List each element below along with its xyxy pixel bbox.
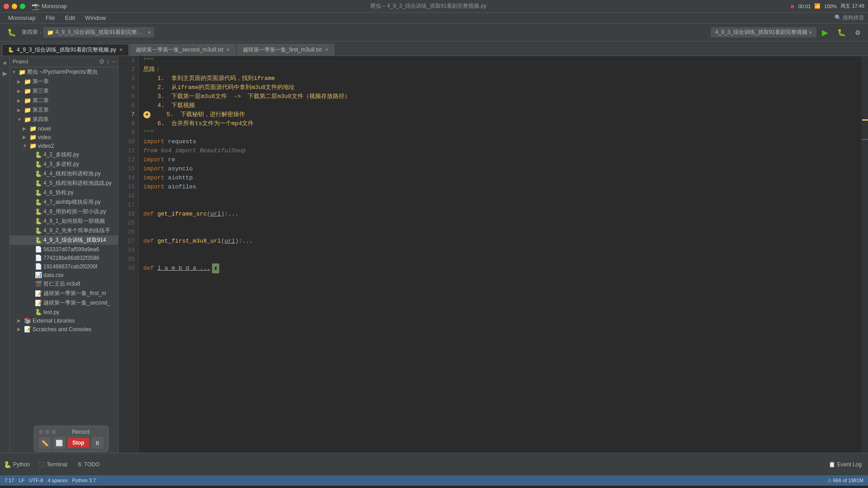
record-square-icon[interactable]: ⬜ (53, 437, 65, 449)
menu-window[interactable]: Window (80, 14, 110, 22)
minimize-button[interactable] (12, 4, 17, 9)
line-numbers: 1 2 3 4 5 6 7 8 9 10 11 12 13 14 15 16 1… (118, 56, 139, 453)
indent-info: 4 spaces (47, 478, 67, 483)
toolbar-section-label: 第四章 (22, 28, 38, 36)
code-line (143, 219, 862, 228)
title-bar-right: ⏺ 00:01 📶 100% 周五 17:49 (790, 3, 864, 9)
menu-file[interactable]: File (41, 14, 60, 22)
code-area: 1 2 3 4 5 6 7 8 9 10 11 12 13 14 15 16 1… (118, 56, 868, 453)
maximize-button[interactable] (20, 4, 25, 9)
tree-item[interactable]: 🐍 4_4_线程池和进程池.py (10, 169, 118, 178)
file-icon: 📄 (35, 246, 42, 253)
tree-item[interactable]: 📄 774218be86d832f3596 (10, 253, 118, 262)
tree-item[interactable]: 📝 越狱第一季第一集_second_ (10, 298, 118, 308)
tree-item[interactable]: 📄 563337d07af599a9ea6 (10, 245, 118, 253)
tree-item[interactable]: 🐍 4_9_2_先来个简单的练练手 (10, 226, 118, 235)
tree-item[interactable]: ▶ 📁 第三章 (10, 86, 118, 96)
settings-button[interactable]: ⚙ (851, 28, 864, 38)
tabs-bar: 🐍 4_9_3_综合训练_抓取91看剧完整视频.py ✕ 越狱第一季第一集_se… (0, 42, 868, 56)
tree-item[interactable]: ▶ 📁 video (10, 133, 118, 141)
tree-item[interactable]: 📄 191468637cab2f0206f (10, 262, 118, 271)
py-file-icon: 🐍 (35, 208, 42, 215)
debug-button[interactable]: 🐛 (834, 27, 849, 38)
tab-close-second[interactable]: ✕ (226, 47, 230, 53)
code-line: """ (143, 128, 862, 137)
toolbar-bug-icon: 🐛 (4, 27, 20, 38)
tree-item[interactable]: ▶ 📁 第五章 (10, 105, 118, 115)
tab-first-m3u8[interactable]: 越狱第一季第一集_first_m3u8.txt ✕ (237, 44, 335, 56)
txt-file-icon: 📝 (35, 290, 42, 297)
close-button[interactable] (4, 4, 9, 9)
tree-item[interactable]: 📝 越狱第一季第一集_first_m (10, 289, 118, 298)
tree-item[interactable]: 🐍 4_5_线程池和进程池战战.py (10, 178, 118, 188)
tree-item[interactable]: 🐍 test.py (10, 308, 118, 316)
tree-item[interactable]: ▶ 📝 Scratches and Consoles (10, 325, 118, 333)
code-line (143, 201, 862, 210)
tab-close-main[interactable]: ✕ (119, 47, 123, 53)
record-pause-button[interactable]: ⏸ (92, 437, 104, 449)
tree-item[interactable]: 🐍 4_3_多进程.py (10, 160, 118, 169)
sidebar-sort-icon[interactable]: ↕ (107, 58, 110, 65)
run-stripe-icon[interactable]: ▶ (3, 68, 7, 79)
expand-arrow: ▶ (17, 108, 23, 113)
tree-item[interactable]: 🐍 4_9_3_综合训练_抓取914 (10, 235, 118, 245)
event-log-tab[interactable]: 📋 Event Log (826, 460, 864, 469)
py-file-icon: 🐍 (35, 309, 42, 315)
tree-item[interactable]: 🐍 4_8_用协程抓一部小说.py (10, 207, 118, 216)
search-icon[interactable]: 🔍 搜狗拼音 (835, 14, 864, 22)
tree-item[interactable]: ▼ 📁 爬虫 ~/PycharmProjects/爬虫 (10, 67, 118, 77)
tree-item[interactable]: 🎬 哲仁王后.m3u8 (10, 279, 118, 289)
code-editor[interactable]: """ 思路： 1. 拿到主页面的页面源代码，找到iframe 2. 从ifra… (139, 56, 862, 453)
code-line: def get_first_m3u8_url(url):... (143, 237, 862, 246)
log-icon: 📋 (829, 461, 835, 468)
tab-second-m3u8[interactable]: 越狱第一季第一集_second_m3u8.txt ✕ (130, 44, 236, 56)
scratches-icon: 📝 (24, 326, 31, 333)
folder-icon: 📁 (24, 107, 31, 113)
terminal-tab[interactable]: ⬛ Terminal (35, 460, 70, 469)
run-config-selector[interactable]: 4_9_3_综合训练_抓取91看剧完整视频 ▾ (711, 27, 816, 38)
tree-item[interactable]: ▼ 📁 video2 (10, 141, 118, 150)
code-line (143, 192, 862, 201)
tree-item[interactable]: ▶ 📚 External Libraries (10, 316, 118, 325)
folder-icon: 📁 (29, 142, 37, 149)
record-stop-button[interactable]: Stop (68, 438, 89, 448)
code-line: 1. 拿到主页面的页面源代码，找到iframe (143, 74, 862, 83)
record-traffic-lights (39, 430, 56, 434)
warning-count: ⚠ 666 of 1981M (827, 478, 863, 483)
tree-item[interactable]: 📊 data.csv (10, 271, 118, 279)
bottom-panel: 🐍 Python ⬛ Terminal 6: TODO 📋 Event Log (0, 453, 868, 475)
expand-arrow: ▶ (17, 89, 23, 94)
window-title: 爬虫 – 4_9_3_综合训练_抓取91看剧完整视频.py (70, 2, 787, 10)
expand-arrow: ▼ (17, 117, 23, 122)
tree-item[interactable]: ▼ 📁 第四章 (10, 115, 118, 124)
tree-item[interactable]: 🐍 4_9_1_如何抓取一部视频 (10, 216, 118, 226)
expand-arrow: ▶ (17, 98, 23, 103)
py-file-icon: 🐍 (35, 227, 42, 234)
code-line (143, 228, 862, 237)
tree-item[interactable]: ▶ 📁 第二章 (10, 96, 118, 105)
tab-main-file[interactable]: 🐍 4_9_3_综合训练_抓取91看剧完整视频.py ✕ (2, 44, 129, 56)
tab-close-first[interactable]: ✕ (325, 47, 329, 53)
tree-item[interactable]: 🐍 4_7_aiohttp模块应用.py (10, 197, 118, 207)
todo-tab[interactable]: 6: TODO (75, 460, 103, 469)
code-line: import re (143, 155, 862, 164)
record-controls: ✏️ ⬜ Stop ⏸ (39, 437, 104, 449)
tree-item[interactable]: 🐍 4_2_多线程.py (10, 150, 118, 160)
code-line: def l_a_m_b_d_a_...▮ (143, 264, 862, 273)
run-button[interactable]: ▶ (818, 26, 832, 39)
tree-item[interactable]: ▶ 📁 novel (10, 124, 118, 133)
menu-monosnap[interactable]: Monosnap (4, 14, 40, 22)
favorites-icon[interactable]: ★ (2, 58, 8, 68)
record-pencil-icon[interactable]: ✏️ (39, 437, 51, 449)
tree-item[interactable]: ▶ 📁 第一章 (10, 77, 118, 86)
record-tl-3 (52, 430, 56, 434)
project-dropdown[interactable]: 📁 4_9_3_综合训练_抓取91看剧完整视频.py ▾ (43, 27, 154, 38)
sidebar-icons: ⚙ ↕ − (99, 58, 115, 65)
title-bar: 📸 Monosnap 爬虫 – 4_9_3_综合训练_抓取91看剧完整视频.py… (0, 0, 868, 13)
code-line: """ (143, 56, 862, 65)
code-line: 2. 从iframe的页面源代码中拿到m3u8文件的地址 (143, 83, 862, 92)
menu-edit[interactable]: Edit (61, 14, 80, 22)
sidebar-collapse-icon[interactable]: − (112, 58, 115, 65)
tree-item[interactable]: 🐍 4_6_协程.py (10, 188, 118, 197)
sidebar-settings-icon[interactable]: ⚙ (99, 58, 105, 65)
